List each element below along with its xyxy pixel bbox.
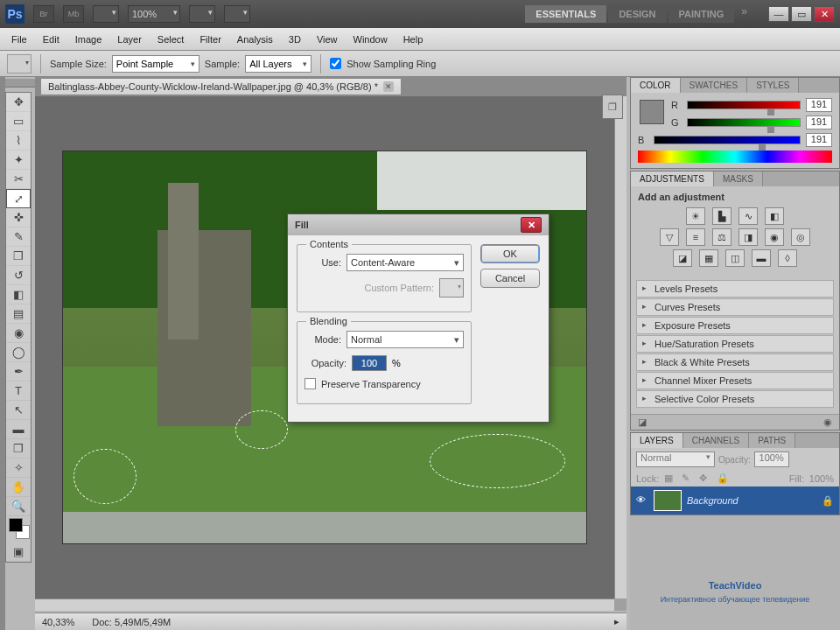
shape-tool-icon[interactable]: ▬ [6,420,31,439]
status-doc-size[interactable]: Doc: 5,49M/5,49M [92,617,171,627]
zoom-level-dropdown[interactable]: 100% [128,5,180,23]
blur-tool-icon[interactable]: ◉ [6,324,31,343]
menu-edit[interactable]: Edit [35,31,67,48]
r-slider[interactable] [687,101,801,109]
b-value-input[interactable]: 191 [806,133,832,147]
quick-select-tool-icon[interactable]: ✦ [6,150,31,170]
eyedropper-tool-icon[interactable]: ⤢ [6,189,31,208]
pen-tool-icon[interactable]: ✒ [6,362,31,382]
layer-row-background[interactable]: 👁 Background 🔒 [631,486,839,514]
blend-mode-dropdown[interactable]: Normal [636,452,715,467]
toolbox-dock-handle[interactable] [0,79,35,88]
hand-tool-icon[interactable]: ✋ [6,478,31,497]
hue-adjust-icon[interactable]: ≡ [686,228,705,246]
lock-pixels-icon[interactable]: ✎ [682,472,694,485]
close-document-icon[interactable]: ✕ [383,81,394,92]
tab-paths[interactable]: PATHS [749,433,795,448]
3d-tool-icon[interactable]: ❐ [6,439,31,458]
gradient-map-adjust-icon[interactable]: ▬ [752,249,771,267]
cancel-button[interactable]: Cancel [480,269,540,288]
channel-mixer-adjust-icon[interactable]: ◎ [791,228,810,246]
preset-black-white[interactable]: Black & White Presets [636,354,834,371]
levels-adjust-icon[interactable]: ▙ [712,207,732,225]
vertical-scrollbar[interactable] [614,96,626,598]
adjustment-layer-icon[interactable]: ◪ [638,416,647,428]
3d-camera-tool-icon[interactable]: ✧ [6,458,31,478]
dialog-close-button[interactable]: ✕ [521,217,542,233]
brush-tool-icon[interactable]: ✎ [6,228,31,247]
arrange-documents-dropdown[interactable] [93,5,119,23]
path-select-tool-icon[interactable]: ↖ [6,401,31,420]
collapsed-panel-icon[interactable]: ❐ [602,94,623,119]
mode-dropdown[interactable]: Normal [346,331,464,348]
lock-transparency-icon[interactable]: ▦ [664,472,676,485]
tab-styles[interactable]: STYLES [747,78,799,93]
tab-adjustments[interactable]: ADJUSTMENTS [631,172,714,186]
menu-select[interactable]: Select [150,31,192,48]
layer-opacity-input[interactable]: 100% [754,452,789,467]
type-tool-icon[interactable]: T [6,382,31,401]
menu-3d[interactable]: 3D [281,31,309,48]
horizontal-scrollbar[interactable] [35,598,614,611]
threshold-adjust-icon[interactable]: ◫ [725,249,745,267]
menu-image[interactable]: Image [67,31,110,48]
preset-exposure[interactable]: Exposure Presets [636,317,834,334]
lock-position-icon[interactable]: ✥ [699,472,711,485]
color-balance-adjust-icon[interactable]: ⚖ [712,228,732,246]
menu-filter[interactable]: Filter [192,31,228,48]
dialog-opacity-input[interactable] [352,355,387,371]
posterize-adjust-icon[interactable]: ▦ [699,249,718,267]
move-tool-icon[interactable]: ✥ [6,93,31,112]
workspace-design[interactable]: DESIGN [608,5,666,23]
show-sampling-ring-checkbox[interactable] [330,58,341,69]
tab-layers[interactable]: LAYERS [631,433,683,448]
b-slider[interactable] [654,136,801,144]
clip-to-layer-icon[interactable]: ◉ [823,416,832,428]
document-tab[interactable]: Baltinglass-Abbey-County-Wicklow-Ireland… [40,78,402,95]
healing-brush-tool-icon[interactable]: ✜ [6,208,31,228]
foreground-background-preview[interactable] [640,100,664,124]
preset-channel-mixer[interactable]: Channel Mixer Presets [636,372,834,389]
screen-mode-dropdown[interactable] [189,5,215,23]
minibridge-icon[interactable]: Mb [63,5,84,23]
g-slider[interactable] [687,118,801,127]
use-dropdown[interactable]: Content-Aware [346,254,464,271]
sample-size-dropdown[interactable]: Point Sample [112,55,200,73]
menu-layer[interactable]: Layer [109,31,150,48]
tab-swatches[interactable]: SWATCHES [681,78,748,93]
r-value-input[interactable]: 191 [806,98,832,112]
preset-curves[interactable]: Curves Presets [636,298,834,316]
minimize-button[interactable]: — [768,6,789,22]
layer-fill-input[interactable]: 100% [809,473,834,484]
layer-visibility-icon[interactable]: 👁 [636,494,648,507]
status-scroll-arrow-icon[interactable]: ▸ [614,616,620,627]
sample-layers-dropdown[interactable]: All Layers [245,55,312,73]
color-swatches[interactable] [6,516,31,542]
curves-adjust-icon[interactable]: ∿ [738,207,758,225]
g-value-input[interactable]: 191 [806,116,832,130]
quick-mask-icon[interactable]: ▣ [6,542,31,562]
more-workspaces-icon[interactable]: » [736,5,752,23]
menu-view[interactable]: View [309,31,346,48]
preserve-transparency-checkbox[interactable] [304,378,316,389]
foreground-color-swatch[interactable] [9,518,23,532]
lasso-tool-icon[interactable]: ⌇ [6,131,31,150]
preset-levels[interactable]: Levels Presets [636,280,834,298]
layer-thumbnail[interactable] [654,490,682,511]
marquee-tool-icon[interactable]: ▭ [6,112,31,131]
tab-color[interactable]: COLOR [631,78,681,93]
status-zoom[interactable]: 40,33% [42,617,74,627]
close-button[interactable]: ✕ [814,6,835,22]
preset-hue-saturation[interactable]: Hue/Saturation Presets [636,335,834,353]
workspace-painting[interactable]: PAINTING [668,5,735,23]
tab-channels[interactable]: CHANNELS [683,433,749,448]
color-spectrum-bar[interactable] [638,150,832,163]
tab-masks[interactable]: MASKS [714,172,763,186]
menu-window[interactable]: Window [346,31,396,48]
menu-help[interactable]: Help [396,31,431,48]
view-extras-dropdown[interactable] [224,5,250,23]
bridge-icon[interactable]: Br [33,5,54,23]
clone-stamp-tool-icon[interactable]: ❒ [6,247,31,266]
ok-button[interactable]: OK [480,244,540,263]
menu-analysis[interactable]: Analysis [229,31,281,48]
